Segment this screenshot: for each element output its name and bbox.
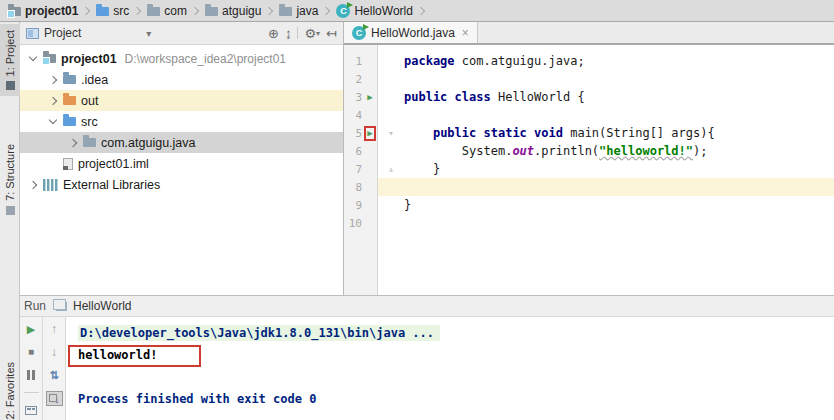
- java-class-icon: C: [352, 26, 366, 40]
- editor-tab-bar: C HelloWorld.java ×: [344, 22, 834, 45]
- ide-window: project01 src com atguigu java C HelloWo…: [0, 0, 834, 420]
- expand-arrow-icon[interactable]: [26, 52, 40, 66]
- code-segment: .println(: [534, 144, 599, 158]
- expand-arrow-icon[interactable]: [46, 94, 60, 108]
- iml-file-icon: [63, 158, 73, 170]
- console-blank-line: [78, 366, 834, 388]
- breadcrumb-com[interactable]: com: [144, 0, 190, 21]
- run-console[interactable]: D:\developer_tools\Java\jdk1.8.0_131\bin…: [66, 317, 834, 420]
- restore-layout-button[interactable]: [25, 403, 37, 417]
- expand-arrow-icon[interactable]: [66, 136, 80, 150]
- toolbar-separator: [297, 27, 298, 39]
- tree-item-idea[interactable]: .idea: [20, 69, 343, 90]
- code-line-caret: 8: [344, 178, 834, 196]
- structure-tool-icon: [6, 206, 15, 215]
- expand-arrow-icon[interactable]: [46, 115, 60, 129]
- breadcrumb-src[interactable]: src: [93, 0, 132, 21]
- project-tool-icon: [6, 81, 15, 90]
- tool-window-tab-structure[interactable]: 7: Structure: [0, 144, 20, 215]
- code-segment: out: [512, 144, 534, 158]
- package-folder-icon: [205, 7, 218, 16]
- breadcrumb-java[interactable]: java: [276, 0, 321, 21]
- code-segment: "helloworld!": [599, 144, 693, 158]
- expand-arrow-icon[interactable]: [26, 178, 40, 192]
- collapse-all-icon[interactable]: ↨: [285, 27, 292, 40]
- stop-button[interactable]: ■: [28, 345, 34, 359]
- console-exit-line: Process finished with exit code 0: [78, 388, 834, 410]
- breadcrumb-atguigu[interactable]: atguigu: [202, 0, 264, 21]
- expand-arrow-icon[interactable]: [46, 73, 60, 87]
- fold-open-icon[interactable]: ▿: [378, 128, 404, 138]
- hide-panel-icon[interactable]: ↤: [326, 27, 337, 40]
- chevron-right-icon: [417, 6, 425, 14]
- run-panel-header: Run HelloWorld: [20, 296, 834, 317]
- code-line: 1 package com.atguigu.java;: [344, 52, 834, 70]
- code-segment: }: [404, 162, 440, 176]
- folder-icon: [63, 75, 76, 84]
- editor-tab-helloworld[interactable]: C HelloWorld.java ×: [344, 22, 478, 43]
- pause-button[interactable]: [27, 368, 35, 382]
- chevron-right-icon: [322, 6, 330, 14]
- run-panel: Run HelloWorld ▶ ■ ↑ ↓ ⇅ ↓ D:\developer: [20, 295, 834, 420]
- rerun-button[interactable]: ▶: [27, 322, 35, 336]
- java-class-icon: C: [336, 4, 350, 18]
- restore-layout-icon: [25, 406, 37, 415]
- tree-item-external-libraries[interactable]: External Libraries: [20, 174, 343, 195]
- tree-item-out[interactable]: out: [20, 90, 343, 111]
- scroll-to-end-button-active[interactable]: ↓: [46, 391, 63, 406]
- code-segment: System.: [404, 144, 512, 158]
- console-settings-icon[interactable]: ⇅: [49, 368, 58, 382]
- gear-icon: ⚙: [304, 27, 316, 40]
- source-folder-icon: [96, 7, 109, 16]
- close-tab-icon[interactable]: ×: [462, 26, 469, 40]
- code-segment: public class: [404, 90, 491, 104]
- project-panel-title: Project: [44, 26, 81, 40]
- chevron-right-icon: [82, 6, 90, 14]
- code-segment: }: [404, 198, 411, 212]
- locate-file-icon[interactable]: ⊕: [268, 27, 279, 40]
- code-segment: [404, 126, 433, 140]
- source-folder-icon: [63, 117, 76, 126]
- package-folder-icon: [83, 138, 96, 147]
- project-folder-icon: [8, 7, 21, 16]
- breadcrumb-project01[interactable]: project01: [5, 0, 81, 21]
- left-tool-strip: 1: Project 7: Structure 2: Favorites: [0, 22, 20, 420]
- code-line: 10: [344, 214, 834, 232]
- code-line: 9 }: [344, 196, 834, 214]
- tool-window-tab-favorites[interactable]: 2: Favorites: [0, 362, 20, 419]
- project-panel-header: Project ▾ ⊕ ↨ ⚙ ▾ ↤: [20, 22, 343, 45]
- toolbar-separator: [24, 392, 39, 393]
- chevron-right-icon: [265, 6, 273, 14]
- tool-window-tab-project[interactable]: 1: Project: [0, 24, 20, 96]
- code-segment: main(String[] args){: [563, 126, 715, 140]
- view-dropdown-icon[interactable]: ▾: [146, 28, 151, 39]
- up-stack-trace-button[interactable]: ↑: [51, 322, 57, 336]
- code-segment: );: [693, 144, 707, 158]
- run-class-icon[interactable]: ▶: [367, 93, 372, 102]
- tree-item-project01[interactable]: project01 D:\workspace_idea2\project01: [20, 48, 343, 69]
- code-segment: package: [404, 54, 455, 68]
- code-line: 6 System.out.println("helloworld!");: [344, 142, 834, 160]
- code-line: 3 ▶ public class HelloWorld {: [344, 88, 834, 106]
- excluded-folder-icon: [63, 96, 76, 105]
- settings-button[interactable]: ⚙ ▾: [304, 27, 320, 40]
- code-segment: public static void: [433, 126, 563, 140]
- expand-arrow-placeholder: [46, 157, 60, 171]
- run-tab-helloworld[interactable]: HelloWorld: [73, 299, 131, 313]
- pause-icon: [27, 370, 35, 380]
- fold-close-icon[interactable]: ▵: [378, 164, 404, 174]
- run-main-icon-red-boxed[interactable]: ▶: [367, 129, 372, 138]
- code-line: 7 ▵ }: [344, 160, 834, 178]
- tree-item-src[interactable]: src: [20, 111, 343, 132]
- code-line: 5 ▶ ▿ public static void main(String[] a…: [344, 124, 834, 142]
- run-tab-icon: [56, 302, 67, 311]
- down-stack-trace-button[interactable]: ↓: [51, 345, 57, 359]
- red-annotation-box: helloworld!: [68, 345, 201, 367]
- tree-item-com-atguigu-java[interactable]: com.atguigu.java: [20, 132, 343, 153]
- console-command-line: D:\developer_tools\Java\jdk1.8.0_131\bin…: [78, 322, 834, 344]
- code-line: 4: [344, 106, 834, 124]
- breadcrumb-helloworld[interactable]: C HelloWorld: [333, 0, 415, 21]
- tree-item-project01-iml[interactable]: project01.iml: [20, 153, 343, 174]
- library-icon: [43, 179, 58, 191]
- navigation-bar: project01 src com atguigu java C HelloWo…: [0, 0, 834, 22]
